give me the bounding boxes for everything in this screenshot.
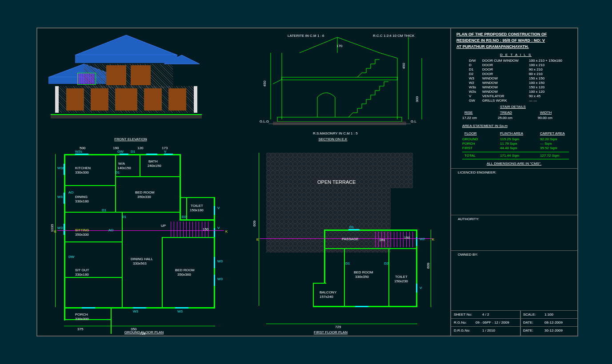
first-floor-plan: OPEN TERRACE PASSAGE BED ROOM 330x350 TO… xyxy=(255,150,442,328)
svg-rect-10 xyxy=(273,122,406,125)
gf-plan-label: GROUND FLOOR PLAN xyxy=(115,330,173,334)
front-elevation-label: FRONT ELEVATION xyxy=(104,137,157,141)
ground-floor-plan: 500 190 120 173 1035 KITCHEN 330x300 W/A… xyxy=(51,146,242,332)
laterite-note: LATERITE IN C.M 1 : 6 xyxy=(288,34,324,38)
svg-rect-9 xyxy=(277,117,402,122)
ff-plan-label: FIRST FLOOR PLAN xyxy=(304,330,357,334)
rcc-note: R.C.C 1:2:4 10 CM THICK xyxy=(373,34,415,38)
front-elevation-view xyxy=(48,31,213,133)
title-block: PLAN OF THE PROPOSED CONSTRUCTION OF RES… xyxy=(451,28,577,336)
section-view: 450 450 300 170 G.L.G G.L xyxy=(246,31,433,135)
section-label: SECTION ON E.K xyxy=(306,137,360,141)
cad-canvas: FRONT ELEVATION 450 450 300 170 G.L.G G.… xyxy=(0,0,612,364)
drawing-frame: FRONT ELEVATION 450 450 300 170 G.L.G G.… xyxy=(36,28,578,336)
svg-marker-0 xyxy=(75,35,177,55)
svg-rect-5 xyxy=(282,77,397,80)
footer-row-3: D.R.G.No: 1 / 2010 DATE: 30-12-2009 xyxy=(451,326,577,336)
svg-rect-3 xyxy=(75,55,177,63)
masonry-note: R.S.MASONRY IN C.M 1 : 5 xyxy=(313,131,358,135)
